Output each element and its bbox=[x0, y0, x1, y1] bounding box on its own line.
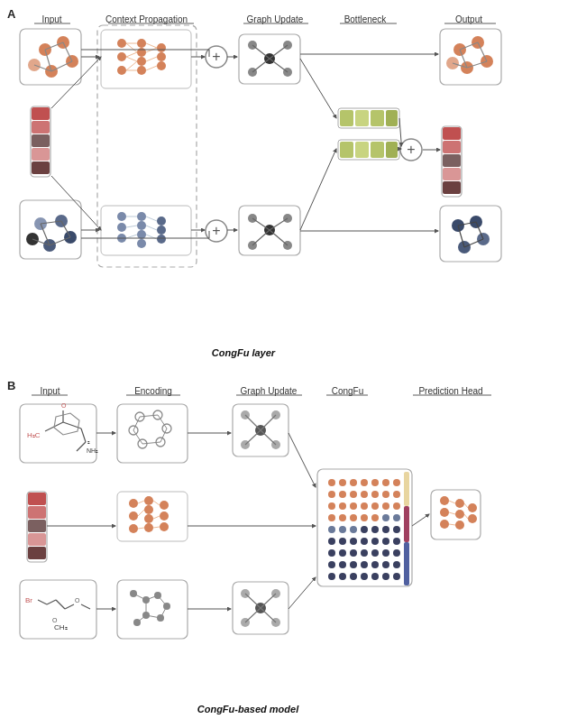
svg-rect-164 bbox=[28, 506, 46, 519]
svg-rect-167 bbox=[28, 547, 46, 559]
svg-rect-31 bbox=[101, 30, 191, 88]
svg-line-205 bbox=[153, 501, 160, 505]
svg-line-10 bbox=[51, 61, 72, 71]
svg-line-203 bbox=[138, 510, 144, 516]
svg-line-206 bbox=[153, 516, 160, 519]
svg-point-299 bbox=[393, 561, 400, 568]
svg-line-218 bbox=[158, 595, 167, 606]
svg-line-121 bbox=[460, 50, 467, 68]
svg-point-306 bbox=[393, 573, 400, 580]
svg-point-116 bbox=[446, 57, 459, 69]
svg-rect-83 bbox=[239, 206, 300, 255]
svg-line-229 bbox=[245, 415, 261, 430]
svg-point-60 bbox=[157, 217, 166, 226]
svg-line-144 bbox=[300, 149, 336, 230]
svg-point-281 bbox=[350, 538, 357, 545]
svg-line-170 bbox=[38, 600, 47, 604]
svg-point-123 bbox=[452, 219, 464, 232]
svg-point-61 bbox=[157, 226, 166, 235]
svg-point-194 bbox=[129, 524, 138, 533]
svg-line-242 bbox=[261, 608, 276, 622]
svg-line-219 bbox=[160, 606, 167, 618]
svg-point-200 bbox=[160, 511, 169, 521]
svg-rect-19 bbox=[20, 200, 81, 259]
svg-rect-98 bbox=[338, 140, 399, 160]
svg-point-316 bbox=[455, 521, 464, 530]
svg-text:+: + bbox=[212, 223, 220, 238]
svg-line-68 bbox=[146, 235, 157, 239]
svg-rect-52 bbox=[101, 206, 191, 255]
svg-point-270 bbox=[382, 514, 389, 521]
svg-point-248 bbox=[371, 479, 379, 486]
svg-point-193 bbox=[129, 511, 138, 521]
svg-point-260 bbox=[350, 502, 357, 510]
svg-rect-99 bbox=[340, 142, 353, 158]
svg-point-124 bbox=[470, 216, 482, 228]
svg-line-220 bbox=[146, 615, 160, 618]
svg-line-119 bbox=[467, 61, 487, 68]
svg-point-182 bbox=[156, 438, 165, 447]
svg-point-38 bbox=[137, 66, 146, 75]
svg-line-320 bbox=[449, 512, 455, 514]
svg-point-85 bbox=[248, 214, 257, 223]
svg-point-183 bbox=[138, 439, 147, 448]
svg-point-210 bbox=[142, 596, 150, 604]
svg-line-65 bbox=[126, 235, 137, 238]
svg-point-258 bbox=[328, 502, 335, 510]
svg-rect-168 bbox=[20, 580, 96, 639]
svg-line-190 bbox=[133, 417, 140, 430]
svg-rect-15 bbox=[32, 121, 50, 134]
svg-point-282 bbox=[361, 538, 368, 545]
svg-line-153 bbox=[45, 422, 63, 431]
svg-point-78 bbox=[283, 68, 292, 77]
svg-point-284 bbox=[382, 538, 389, 545]
svg-point-293 bbox=[328, 561, 335, 568]
svg-point-33 bbox=[117, 52, 126, 61]
col-b-input: Input bbox=[25, 386, 75, 396]
svg-point-294 bbox=[339, 561, 346, 568]
svg-point-74 bbox=[264, 53, 275, 64]
svg-line-67 bbox=[146, 226, 157, 230]
svg-point-76 bbox=[283, 41, 292, 50]
svg-point-253 bbox=[350, 491, 357, 498]
svg-point-259 bbox=[339, 502, 346, 510]
svg-rect-310 bbox=[431, 490, 481, 539]
svg-rect-151 bbox=[20, 404, 96, 463]
svg-point-84 bbox=[264, 225, 275, 235]
svg-line-176 bbox=[81, 604, 90, 609]
svg-point-211 bbox=[154, 592, 161, 599]
svg-line-80 bbox=[270, 45, 288, 59]
svg-point-32 bbox=[117, 39, 126, 48]
svg-point-21 bbox=[55, 215, 68, 227]
svg-rect-122 bbox=[440, 206, 501, 262]
svg-point-277 bbox=[382, 526, 389, 533]
svg-point-271 bbox=[393, 514, 400, 521]
svg-point-69 bbox=[206, 46, 227, 68]
col-b-predhead: Prediction Head bbox=[410, 386, 491, 396]
svg-point-62 bbox=[157, 235, 166, 244]
svg-line-171 bbox=[47, 600, 56, 604]
svg-point-196 bbox=[144, 505, 153, 514]
svg-point-112 bbox=[453, 43, 466, 56]
svg-line-187 bbox=[160, 429, 167, 442]
svg-point-3 bbox=[39, 43, 51, 56]
caption-b: CongFu-based model bbox=[158, 704, 338, 714]
svg-point-287 bbox=[339, 549, 346, 557]
svg-text:O: O bbox=[75, 597, 80, 604]
svg-point-288 bbox=[350, 549, 357, 557]
svg-point-58 bbox=[137, 230, 146, 239]
svg-point-225 bbox=[241, 410, 250, 419]
svg-line-331 bbox=[288, 577, 316, 609]
svg-point-286 bbox=[328, 549, 335, 557]
svg-point-274 bbox=[350, 526, 357, 533]
svg-point-6 bbox=[45, 65, 58, 78]
svg-rect-111 bbox=[440, 29, 501, 85]
svg-point-289 bbox=[361, 549, 368, 557]
svg-point-280 bbox=[339, 538, 346, 545]
svg-line-130 bbox=[458, 226, 464, 247]
svg-rect-2 bbox=[20, 29, 81, 85]
svg-point-71 bbox=[206, 220, 227, 242]
svg-point-88 bbox=[283, 241, 292, 250]
svg-point-212 bbox=[163, 603, 170, 610]
svg-line-239 bbox=[245, 594, 261, 608]
